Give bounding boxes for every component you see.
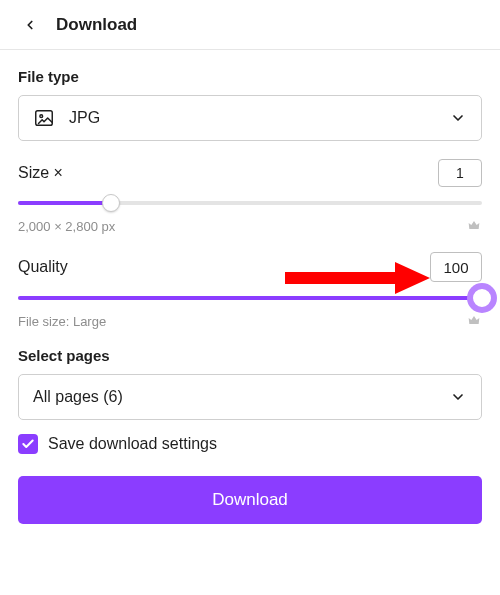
chevron-down-icon <box>449 388 467 406</box>
crown-icon <box>466 217 482 236</box>
back-button[interactable] <box>18 13 42 37</box>
file-type-value: JPG <box>69 109 100 127</box>
slider-fill <box>18 296 482 300</box>
slider-thumb[interactable] <box>102 194 120 212</box>
size-slider[interactable] <box>18 193 482 213</box>
download-button[interactable]: Download <box>18 476 482 524</box>
page-title: Download <box>56 15 137 35</box>
file-type-label: File type <box>18 68 482 85</box>
chevron-down-icon <box>449 109 467 127</box>
file-size-text: File size: Large <box>18 314 106 329</box>
quality-slider[interactable] <box>18 288 482 308</box>
svg-point-1 <box>40 115 43 118</box>
select-pages-label: Select pages <box>18 347 482 364</box>
size-label: Size × <box>18 164 63 182</box>
crown-icon <box>466 312 482 331</box>
image-icon <box>33 107 55 129</box>
quality-input[interactable]: 100 <box>430 252 482 282</box>
select-pages-select[interactable]: All pages (6) <box>18 374 482 420</box>
file-type-select[interactable]: JPG <box>18 95 482 141</box>
quality-label: Quality <box>18 258 68 276</box>
save-settings-label: Save download settings <box>48 435 217 453</box>
slider-fill <box>18 201 111 205</box>
save-settings-checkbox[interactable] <box>18 434 38 454</box>
select-pages-value: All pages (6) <box>33 388 123 406</box>
size-input[interactable]: 1 <box>438 159 482 187</box>
chevron-left-icon <box>23 18 37 32</box>
check-icon <box>21 437 35 451</box>
size-dimensions: 2,000 × 2,800 px <box>18 219 115 234</box>
slider-thumb[interactable] <box>473 289 491 307</box>
